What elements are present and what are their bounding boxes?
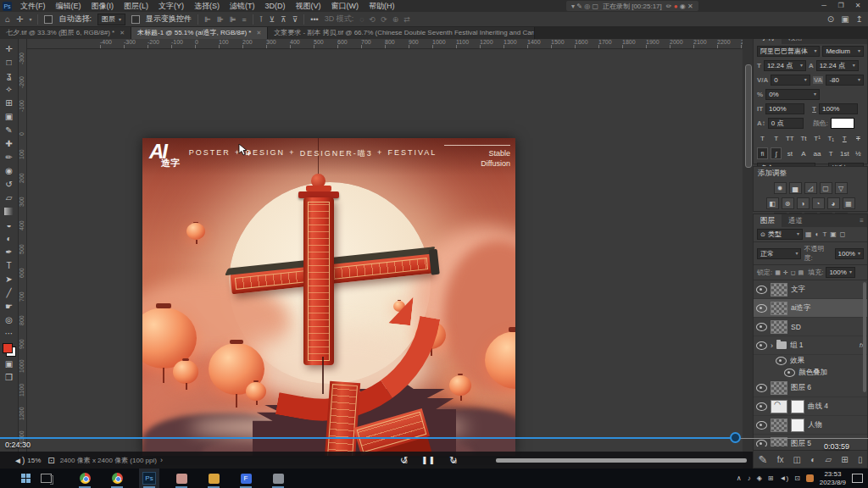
filter-icon[interactable]: ◻	[840, 230, 846, 238]
type-style-button[interactable]: T₁	[826, 132, 837, 144]
opentype-feature-button[interactable]: aa	[812, 147, 823, 159]
menu-窗口[interactable]: 窗口(W)	[326, 0, 364, 12]
quick-selection-tool-icon[interactable]: ✧	[2, 82, 17, 96]
rewind-10-button[interactable]: ↺10	[400, 455, 408, 466]
tray-icon[interactable]: ⊡	[794, 474, 800, 482]
taskbar-app-chrome[interactable]	[75, 469, 95, 488]
recorder-icon[interactable]: ▢	[592, 3, 598, 10]
adjustment-icon[interactable]: ✹	[774, 182, 787, 194]
font-size-input[interactable]: 12.24 点▾	[764, 60, 806, 71]
layer-effect-row[interactable]: 颜色叠加	[754, 367, 867, 379]
document-tab[interactable]: 七夕.tif @ 33.3% (图层 6, RGB/8#) *✕	[0, 27, 131, 39]
menu-图层[interactable]: 图层(L)	[119, 0, 153, 12]
tray-icon[interactable]: ♪	[748, 474, 751, 482]
adjustment-icon[interactable]: ◿	[804, 182, 817, 194]
lock-icon[interactable]: ▦	[775, 269, 781, 276]
tracking-input[interactable]: -80▾	[826, 75, 864, 86]
recorder-icon[interactable]: ◎	[584, 3, 592, 10]
layer-row[interactable]: 文字	[754, 280, 867, 299]
adjustment-icon[interactable]: ⊛	[782, 197, 794, 209]
type-tool-icon[interactable]: T	[2, 258, 17, 272]
monitor-icon[interactable]: ⊡	[47, 456, 54, 465]
vertical-ruler[interactable]: -300-200-1000100200300400500600700800900…	[19, 48, 27, 456]
notification-center-icon[interactable]	[852, 474, 863, 483]
align-icon[interactable]: ⊪	[217, 15, 224, 24]
opentype-feature-button[interactable]: ʃ	[771, 147, 782, 159]
recorder-icons[interactable]: ▾ ✎ ◎ ▢	[571, 3, 598, 10]
align-icon[interactable]: ⊫	[230, 15, 236, 24]
adjustment-icon[interactable]: ◑	[797, 197, 810, 209]
eye-icon[interactable]	[776, 357, 787, 365]
zoom-tool-icon[interactable]: ◎	[2, 313, 17, 326]
lasso-tool-icon[interactable]: ʓ	[2, 69, 17, 82]
opentype-feature-button[interactable]: T	[826, 147, 837, 159]
share-icon[interactable]: ↥	[856, 14, 863, 24]
menu-文件[interactable]: 文件(F)	[15, 0, 51, 12]
layer-row[interactable]: ai造字	[754, 299, 867, 318]
tray-icon[interactable]: ∧	[737, 474, 742, 482]
recorder-action-icon[interactable]: ✕	[687, 3, 693, 10]
align-buttons[interactable]: ⊩⊪⊫=	[204, 15, 247, 24]
leading-input[interactable]: 12.24 点▾	[816, 60, 859, 71]
tray-icon[interactable]: ⊞	[768, 474, 774, 482]
layer-filter-buttons[interactable]: ▦◐T▣◻	[805, 230, 846, 238]
menu-视图[interactable]: 视图(V)	[291, 0, 326, 12]
type-style-button[interactable]: T	[771, 132, 782, 144]
horizontal-ruler[interactable]: -400-300-200-100010020030040050060070080…	[19, 39, 743, 49]
layer-style-icon[interactable]: fx	[777, 455, 784, 464]
menu-选择[interactable]: 选择(S)	[189, 0, 225, 12]
task-view-button[interactable]	[36, 469, 56, 488]
layers-scrollbar[interactable]	[863, 282, 866, 392]
minimize-button[interactable]: ─	[815, 0, 832, 12]
tray-icon[interactable]: ◄)	[780, 474, 789, 482]
opentype-feature-buttons[interactable]: fiʃstAaaT1st½	[754, 146, 867, 161]
history-brush-tool-icon[interactable]: ↺	[2, 177, 17, 191]
distribute-buttons[interactable]: ⊺⊻⊼⊽	[259, 15, 298, 24]
recorder-icon[interactable]: ✎	[576, 3, 584, 10]
show-transform-checkbox[interactable]	[131, 15, 140, 24]
taskbar-app-app-f[interactable]: F	[236, 469, 256, 488]
menu-帮助[interactable]: 帮助(H)	[364, 0, 400, 12]
screen-mode-icon[interactable]: ❐	[2, 370, 17, 384]
more-tools-icon[interactable]: ⋯	[2, 326, 17, 340]
eye-icon[interactable]	[756, 384, 767, 392]
layer-row[interactable]: 曲线 4	[754, 397, 867, 416]
proportional-input[interactable]: 0%▾	[765, 89, 820, 100]
font-family-select[interactable]: 阿里巴巴普惠体▾	[757, 46, 820, 57]
forward-30-button[interactable]: ↻30	[449, 455, 457, 466]
layer-row[interactable]: ›组 1fx	[754, 336, 867, 355]
distribute-icon[interactable]: ⊺	[259, 15, 264, 24]
eye-icon[interactable]	[756, 440, 767, 447]
filter-icon[interactable]: T	[822, 230, 826, 238]
lock-buttons[interactable]: ▦✛◻▤	[775, 269, 804, 276]
opentype-feature-button[interactable]: A	[798, 147, 809, 159]
taskbar-app-browser-2[interactable]	[107, 469, 127, 488]
dodge-tool-icon[interactable]: ◐	[2, 231, 17, 245]
clock[interactable]: 23:53 2023/8/9	[820, 470, 846, 486]
panel-menu-icon[interactable]: ≡	[860, 214, 867, 227]
recorder-action-icon[interactable]: ✏	[666, 3, 674, 10]
align-icon[interactable]: =	[242, 15, 247, 24]
move-tool-icon[interactable]: ✛	[2, 42, 17, 55]
start-button[interactable]	[15, 469, 36, 488]
poster-canvas[interactable]: AI 造字 POSTER+DESIGN+DESIGNER-喵3+FESTIVAL…	[142, 138, 515, 456]
adjustment-icon[interactable]: ▦	[843, 197, 855, 209]
type-style-button[interactable]: Tt	[798, 132, 809, 144]
path-select-tool-icon[interactable]: ➤	[2, 272, 17, 286]
adjustment-icon[interactable]: ◧	[766, 197, 779, 209]
distribute-icon[interactable]: ⊼	[281, 15, 287, 24]
filter-icon[interactable]: ▦	[805, 230, 812, 238]
expand-icon[interactable]: ›	[771, 341, 773, 350]
ruler-origin-corner[interactable]	[19, 39, 27, 48]
adjustment-icon[interactable]: ▢	[820, 182, 832, 194]
hand-tool-icon[interactable]: ☛	[2, 299, 17, 313]
lock-icon[interactable]: ▤	[798, 269, 804, 276]
eye-icon[interactable]	[756, 304, 767, 313]
eye-icon[interactable]	[756, 323, 767, 331]
distribute-icon[interactable]: ⊽	[292, 15, 298, 24]
opentype-feature-button[interactable]: st	[784, 147, 795, 159]
layer-row[interactable]: 图层 5	[754, 435, 867, 446]
tray-icon[interactable]: ◈	[757, 474, 762, 482]
video-progress-bar[interactable]	[0, 437, 736, 439]
more-options-icon[interactable]: •••	[310, 15, 318, 24]
